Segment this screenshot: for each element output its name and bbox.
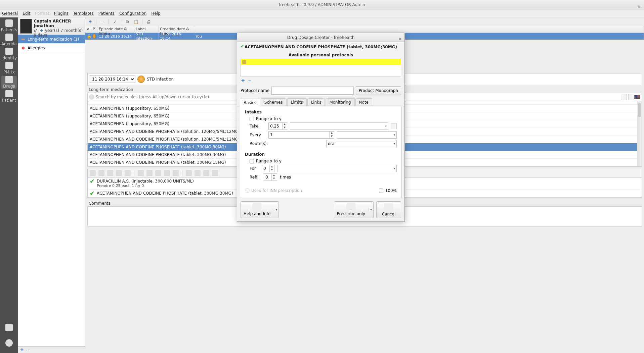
protocol-add-button[interactable]: ✚ [241, 78, 245, 83]
tab-monitoring[interactable]: Monitoring [326, 98, 354, 106]
sidebar-item-sync[interactable] [1, 337, 17, 350]
flag-us-icon[interactable] [634, 95, 640, 99]
check-icon: ✔ [90, 191, 95, 196]
cancel-button[interactable]: Cancel [376, 201, 401, 218]
patient-name: Captain ARCHER Jonathan [34, 19, 83, 28]
col-p[interactable]: P [91, 26, 97, 33]
refill-spinbox[interactable]: ▲▼ [264, 173, 277, 181]
protocols-header: Available personal protocols [237, 51, 404, 59]
protocol-remove-button[interactable]: − [248, 78, 251, 83]
intakes-title: Intakes [245, 110, 397, 114]
add-episode-button[interactable]: ✚ [87, 18, 93, 25]
rx-remove-icon[interactable] [146, 170, 153, 176]
rx-up-icon[interactable] [164, 170, 170, 176]
search-tool-2-icon[interactable] [628, 94, 634, 100]
for-unit-combo[interactable]: ▾ [277, 165, 397, 172]
patient-icon [5, 90, 13, 97]
sidebar-item-patient[interactable]: Patient [1, 90, 17, 103]
rx-sort-icon[interactable] [173, 170, 179, 176]
rx-template-icon[interactable] [116, 170, 122, 176]
menu-configuration[interactable]: Configuration [119, 11, 146, 16]
help-info-button[interactable]: Help and Info ▾ [241, 201, 279, 218]
protocol-name-input[interactable] [271, 87, 354, 95]
tab-note[interactable]: Note [355, 98, 372, 106]
protocol-row[interactable] [241, 59, 401, 65]
menu-plugins[interactable]: Plugins [54, 11, 69, 16]
warning-large-icon [137, 75, 145, 83]
episode-date-select[interactable]: 11 28 2016 16:14 [89, 75, 135, 83]
nav-allergies[interactable]: Allergies [18, 44, 85, 52]
nav-bottom-toolbar: ✚ − [18, 346, 85, 353]
tab-limits[interactable]: Limits [287, 98, 307, 106]
intakes-range-checkbox[interactable] [250, 117, 254, 121]
prescribe-only-button[interactable]: Prescribe only ▾ [334, 201, 374, 218]
sidebar-item-identity[interactable]: Identity [1, 48, 17, 60]
col-user[interactable] [194, 26, 644, 33]
sidebar-item-agenda[interactable]: Agenda [1, 34, 17, 46]
nav-add-button[interactable]: ✚ [20, 348, 24, 352]
col-v[interactable]: V [85, 26, 91, 33]
product-monograph-button[interactable]: Product Monograph [356, 86, 401, 95]
sidebar-item-pmhx[interactable]: PMHx [1, 62, 17, 74]
drug-dosage-dialog: Drug Dosage Creator - freehealth × ✔ ACE… [237, 33, 405, 222]
rx-open-icon[interactable] [98, 170, 104, 176]
validate-episode-button[interactable]: ✓ [112, 18, 118, 25]
help-dropdown-icon[interactable]: ▾ [274, 208, 278, 211]
tab-schemes[interactable]: Schemes [261, 98, 287, 106]
copy-episode-button[interactable]: ⧉ [124, 18, 131, 25]
warning-icon [93, 34, 96, 39]
rx-interaction-icon[interactable] [195, 170, 201, 176]
menu-general[interactable]: General [2, 11, 18, 16]
duration-range-checkbox[interactable] [250, 159, 254, 163]
menu-patients[interactable]: Patients [98, 11, 115, 16]
search-icon [89, 94, 94, 100]
take-unit-combo[interactable]: ▾ [290, 122, 388, 130]
inn-label: Used for INN prescription [251, 188, 302, 193]
refill-label: Refill [250, 175, 261, 180]
window-title: freehealth - 0.9.9 / ADMINISTRATOR Admin [279, 2, 365, 7]
protocol-name-label: Protocol name [241, 88, 269, 93]
take-spinbox[interactable]: ▲▼ [268, 122, 287, 130]
rx-save-icon[interactable] [107, 170, 113, 176]
add-patient-icon[interactable]: ✚ [39, 28, 44, 33]
every-unit-combo[interactable]: ▾ [337, 131, 397, 139]
rx-clear-icon[interactable] [138, 170, 144, 176]
take-label: Take [250, 124, 266, 129]
nav-remove-button[interactable]: − [26, 348, 30, 352]
print-episode-button[interactable]: 🖨 [145, 18, 152, 25]
for-spinbox[interactable]: ▲▼ [262, 165, 274, 172]
window-close-icon[interactable]: × [637, 2, 641, 11]
tab-links[interactable]: Links [307, 98, 325, 106]
drug-name: ACETAMINOPHEN AND CODEINE PHOSPHATE (tab… [241, 42, 400, 51]
col-date[interactable]: Episode date & time ▴ [97, 26, 134, 33]
every-spinbox[interactable]: ▲▼ [268, 131, 334, 139]
pct-checkbox[interactable] [379, 189, 383, 193]
sidebar-item-user[interactable] [1, 321, 17, 334]
rx-clock-icon[interactable] [203, 170, 209, 176]
rx-edit-icon[interactable] [186, 170, 192, 176]
menu-templates[interactable]: Templates [73, 11, 94, 16]
identity-icon [5, 48, 13, 55]
dialog-tabs: Basics Schemes Limits Links Monitoring N… [237, 98, 404, 106]
rx-back-icon[interactable] [90, 170, 96, 176]
rx-print-icon[interactable] [125, 170, 131, 176]
prescribe-dropdown-icon[interactable]: ▾ [369, 208, 373, 211]
tab-basics[interactable]: Basics [240, 99, 260, 106]
sidebar-item-drugs[interactable]: Drugs [1, 76, 17, 89]
take-edit-icon[interactable] [391, 123, 397, 129]
nav-panel: Captain ARCHER Jonathan ♂ 88 year(s) 7 m… [18, 17, 85, 353]
search-tool-1-icon[interactable] [621, 94, 627, 100]
protocol-list[interactable] [241, 59, 401, 77]
menu-help[interactable]: Help [151, 11, 160, 16]
icon-sidebar: Patients Agenda Identity PMHx Drugs Pati… [0, 17, 18, 353]
scrollbar[interactable] [637, 101, 642, 166]
rx-down-icon[interactable] [155, 170, 161, 176]
menu-edit[interactable]: Edit [23, 11, 30, 16]
routes-combo[interactable]: oral▾ [326, 140, 397, 147]
sidebar-item-patients[interactable]: Patients [1, 19, 17, 32]
episode-toolbar: ✚ − ✓ ⧉ 📋 🖨 [85, 17, 644, 26]
paste-episode-button[interactable]: 📋 [133, 18, 139, 25]
dialog-title: Drug Dosage Creator - freehealth [287, 35, 355, 40]
remove-episode-button[interactable]: − [99, 18, 106, 25]
rx-patient-icon[interactable] [212, 170, 218, 176]
